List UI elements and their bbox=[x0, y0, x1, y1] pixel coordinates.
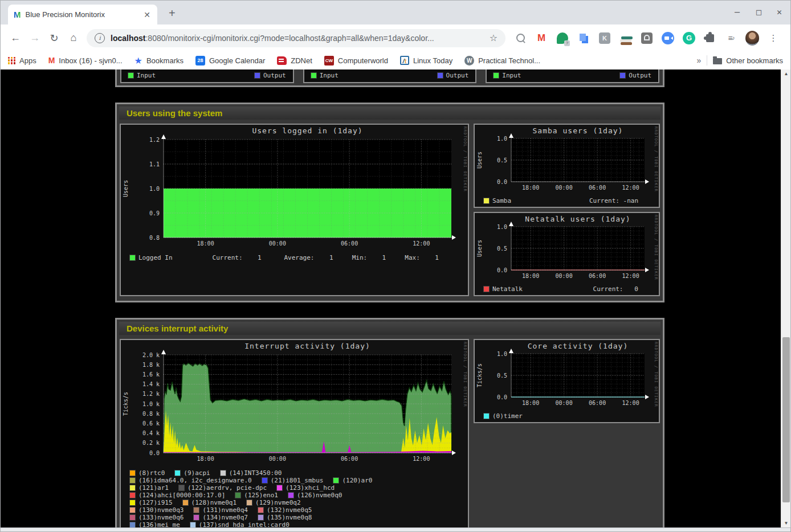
chart-legend: SambaCurrent: -nan bbox=[475, 197, 659, 207]
scrollbar-thumb[interactable] bbox=[782, 337, 790, 502]
monitorix-favicon: M bbox=[14, 10, 21, 19]
bookmark-google-calendar[interactable]: 28Google Calendar bbox=[195, 56, 265, 66]
bookmark-linux-today[interactable]: /tLinux Today bbox=[400, 56, 452, 65]
window-minimize-button[interactable]: – bbox=[735, 7, 740, 17]
tab-close-icon[interactable]: ✕ bbox=[142, 10, 152, 19]
legend-item: (14)INT3450:00 bbox=[221, 469, 282, 477]
browser-tab[interactable]: M Blue Precision Monitorix ✕ bbox=[8, 5, 157, 24]
svg-text:06:00: 06:00 bbox=[341, 240, 358, 247]
svg-text:18:00: 18:00 bbox=[522, 185, 539, 191]
back-button[interactable]: ← bbox=[6, 32, 25, 44]
legend-item: (122)aerdrv, pcie-dpc bbox=[179, 484, 267, 492]
svg-text:1.0: 1.0 bbox=[497, 136, 507, 142]
svg-text:18:00: 18:00 bbox=[197, 240, 214, 247]
input-legend-swatch bbox=[311, 73, 316, 78]
svg-text:12:00: 12:00 bbox=[622, 400, 639, 406]
svg-text:1.4 k: 1.4 k bbox=[142, 381, 160, 387]
netatalk-users-graph: 0.00.51.018:0000:0006:0012:00Netatalk us… bbox=[474, 212, 660, 296]
bookmark-zdnet[interactable]: ZDNet bbox=[277, 56, 312, 65]
legend-item: (125)eno1 bbox=[235, 492, 278, 499]
grammarly-extension-icon[interactable]: G bbox=[682, 31, 696, 45]
legend-item: (120)ar0 bbox=[333, 477, 372, 484]
folder-icon bbox=[713, 58, 722, 64]
vertical-scrollbar[interactable]: ▲ ▼ bbox=[781, 69, 791, 528]
apps-grid-icon bbox=[8, 57, 15, 64]
svg-text:18:00: 18:00 bbox=[522, 400, 539, 406]
bookmark-practical-technology[interactable]: WPractical Technol... bbox=[464, 56, 540, 66]
calendar-icon: 28 bbox=[195, 56, 205, 66]
legend-item: (129)nvme0q2 bbox=[247, 499, 300, 506]
svg-text:0.0: 0.0 bbox=[497, 267, 507, 273]
net-graph-legend-1: Input Output bbox=[120, 69, 294, 83]
svg-text:1.0: 1.0 bbox=[497, 351, 507, 357]
svg-text:06:00: 06:00 bbox=[341, 456, 358, 462]
new-tab-button[interactable]: + bbox=[169, 7, 176, 20]
legend-item: (127)i915 bbox=[130, 499, 173, 506]
bookmark-apps[interactable]: Apps bbox=[8, 56, 36, 65]
svg-text:12:00: 12:00 bbox=[413, 240, 430, 247]
legend-swatch bbox=[235, 493, 240, 498]
devices-section: Devices interrupt activity 0.00.2 k0.4 k… bbox=[115, 318, 664, 528]
chart-netatalk_users: 0.00.51.018:0000:0006:0012:00Netatalk us… bbox=[475, 213, 659, 283]
network-section-partial: Input Output Input Output Input Output bbox=[115, 69, 664, 87]
forward-button[interactable]: → bbox=[25, 32, 44, 44]
legend-swatch bbox=[130, 500, 135, 505]
bookmark-star-icon[interactable]: ☆ bbox=[490, 32, 498, 43]
legend-swatch bbox=[288, 493, 293, 498]
url-text[interactable]: localhost:8080/monitorix-cgi/monitorix.c… bbox=[111, 34, 485, 43]
legend-swatch bbox=[262, 478, 267, 483]
svg-text:0.5: 0.5 bbox=[497, 373, 507, 379]
star-icon: ★ bbox=[134, 55, 142, 66]
legend-item: (8)rtc0 bbox=[130, 469, 165, 477]
browser-menu-icon[interactable]: ⋮ bbox=[766, 31, 780, 45]
window-close-button[interactable]: ✕ bbox=[777, 7, 782, 17]
keepass-extension-icon[interactable]: K bbox=[598, 31, 611, 45]
svg-text:0.8: 0.8 bbox=[149, 235, 160, 241]
input-legend-swatch bbox=[128, 73, 133, 78]
profile-avatar[interactable] bbox=[745, 31, 759, 45]
library-extension-icon[interactable] bbox=[619, 31, 633, 45]
legend-item: (128)nvme0q1 bbox=[183, 499, 237, 506]
playlist-extension-icon[interactable]: ≡♪ bbox=[724, 31, 738, 45]
legend-swatch bbox=[221, 470, 226, 476]
copy-extension-icon[interactable] bbox=[577, 31, 590, 45]
search-extension-icon[interactable] bbox=[513, 31, 527, 45]
svg-text:2.0 k: 2.0 k bbox=[142, 352, 160, 358]
address-bar[interactable]: i localhost:8080/monitorix-cgi/monitorix… bbox=[87, 29, 505, 47]
rrdtool-watermark: RRDTOOL / TOBI OETIKER bbox=[654, 215, 658, 280]
bookmark-bookmarks[interactable]: ★Bookmarks bbox=[134, 55, 184, 66]
scroll-down-arrow[interactable]: ▼ bbox=[781, 519, 791, 528]
gray-extension-icon[interactable] bbox=[640, 31, 654, 45]
chart-users_logged_in: 0.80.91.01.11.218:0000:0006:0012:00Users… bbox=[121, 125, 468, 251]
bookmark-computerworld[interactable]: CWComputerworld bbox=[324, 56, 388, 66]
legend-item: (130)nvme0q3 bbox=[130, 506, 184, 514]
legend-item: Netatalk bbox=[484, 285, 523, 293]
legend-swatch bbox=[130, 478, 135, 483]
scroll-up-arrow[interactable]: ▲ bbox=[781, 69, 791, 79]
extensions-puzzle-icon[interactable] bbox=[703, 31, 717, 45]
svg-text:0.4 k: 0.4 k bbox=[142, 430, 160, 436]
legend-item: (21)i801_smbus bbox=[262, 477, 324, 484]
legend-swatch bbox=[277, 485, 282, 490]
hangouts-extension-icon[interactable] bbox=[556, 31, 569, 45]
chart-legend: (0)timer bbox=[475, 412, 659, 422]
zoom-camera-extension-icon[interactable] bbox=[661, 31, 675, 45]
page-info-icon[interactable]: i bbox=[95, 33, 105, 43]
svg-text:Users: Users bbox=[476, 152, 483, 169]
gmail-extension-icon[interactable]: M bbox=[535, 31, 548, 45]
svg-text:00:00: 00:00 bbox=[556, 185, 573, 191]
bookmark-inbox[interactable]: MInbox (16) - sjvn0... bbox=[48, 56, 123, 65]
home-button[interactable]: ⌂ bbox=[64, 32, 83, 44]
legend-swatch bbox=[258, 508, 263, 513]
bookmarks-overflow-chevron[interactable]: » bbox=[697, 56, 702, 65]
legend-item: (131)nvme0q4 bbox=[194, 506, 247, 514]
reload-button[interactable]: ↻ bbox=[44, 32, 64, 44]
window-maximize-button[interactable]: □ bbox=[756, 7, 761, 17]
svg-text:Ticks/s: Ticks/s bbox=[123, 392, 129, 416]
svg-text:1.0: 1.0 bbox=[149, 186, 160, 192]
legend-swatch bbox=[179, 485, 184, 490]
svg-text:0.2 k: 0.2 k bbox=[142, 440, 160, 446]
other-bookmarks[interactable]: Other bookmarks bbox=[713, 56, 783, 65]
bookmarks-bar: Apps MInbox (16) - sjvn0... ★Bookmarks 2… bbox=[0, 51, 791, 69]
users-section: Users using the system 0.80.91.01.11.218… bbox=[115, 103, 664, 302]
